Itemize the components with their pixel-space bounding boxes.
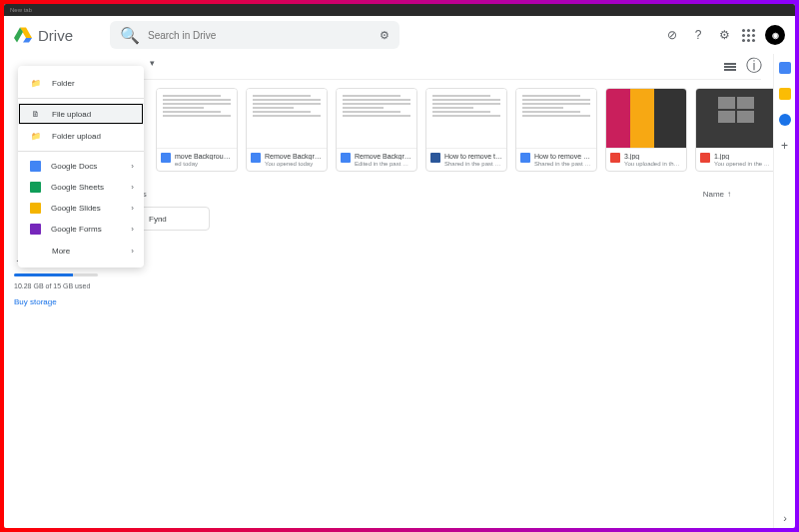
file-name: move Background fro... [175, 153, 233, 160]
file-thumbnail [696, 89, 773, 149]
doc-icon [341, 153, 351, 163]
menu-label: File upload [52, 110, 91, 119]
menu-label: Google Forms [51, 225, 102, 234]
file-name: How to remove backgro... [534, 153, 592, 160]
doc-icon [161, 153, 171, 163]
calendar-icon[interactable] [779, 62, 791, 74]
file-card[interactable]: How to remove backgro...Shared in the pa… [515, 88, 597, 172]
chevron-right-icon: › [131, 247, 134, 256]
hide-sidepanel-icon[interactable]: › [783, 512, 787, 524]
storage-bar [14, 273, 98, 276]
file-subtitle: You uploaded in the past week [624, 161, 682, 167]
file-subtitle: Shared in the past week by San... [534, 161, 592, 167]
file-card[interactable]: How to remove the back...Shared in the p… [425, 88, 507, 172]
sort-button[interactable]: Name ↑ [703, 190, 731, 199]
menu-google-slides[interactable]: Google Slides › [18, 198, 144, 219]
docs-icon [30, 161, 41, 172]
file-thumbnail [247, 89, 327, 149]
menu-label: More [52, 247, 70, 256]
account-avatar[interactable]: ◉ [765, 25, 785, 45]
file-card[interactable]: move Background fro...ed today [156, 88, 238, 172]
chevron-right-icon: › [131, 225, 134, 234]
file-upload-icon: 🗎 [30, 108, 42, 120]
tasks-icon[interactable] [779, 114, 791, 126]
file-thumbnail [426, 89, 506, 149]
file-thumbnail [516, 89, 596, 149]
support-icon[interactable]: ? [690, 27, 706, 43]
menu-label: Google Slides [51, 204, 101, 213]
new-context-menu: 📁 Folder 🗎 File upload 📁 Folder upload G… [18, 66, 144, 267]
menu-label: Folder upload [52, 132, 101, 141]
chevron-right-icon: › [131, 204, 134, 213]
pdf-icon [700, 153, 710, 163]
menu-folder-upload[interactable]: 📁 Folder upload [18, 125, 144, 147]
file-name: Remove Background in ... [265, 153, 323, 160]
forms-icon [30, 224, 41, 235]
browser-tabbar: New tab [4, 4, 795, 16]
tab-title: New tab [10, 7, 32, 13]
search-icon: 🔍 [120, 26, 140, 45]
file-subtitle: Edited in the past week by Sand... [355, 161, 412, 167]
search-input[interactable] [148, 30, 372, 41]
search-bar[interactable]: 🔍 ⚙ [110, 21, 400, 49]
drive-logo[interactable]: Drive [14, 26, 106, 44]
menu-more[interactable]: More › [18, 240, 144, 262]
file-subtitle: ed today [175, 161, 233, 167]
file-subtitle: You opened in the past week [714, 161, 772, 167]
menu-new-folder[interactable]: 📁 Folder [18, 72, 144, 94]
breadcrumb-chevron-icon[interactable]: ▾ [150, 58, 155, 68]
sort-label: Name [703, 190, 724, 199]
side-panel: + [773, 54, 795, 528]
file-name: 3.jpg [624, 153, 682, 160]
main-content: ⓘ move Background fro...ed todayRemove B… [108, 54, 773, 528]
folder-plus-icon: 📁 [30, 77, 42, 89]
arrow-up-icon: ↑ [727, 190, 731, 199]
menu-file-upload[interactable]: 🗎 File upload [18, 103, 144, 125]
menu-google-docs[interactable]: Google Docs › [18, 156, 144, 177]
doc-icon [520, 153, 530, 163]
file-subtitle: Shared in the past week by San... [444, 161, 502, 167]
buy-storage-link[interactable]: Buy storage [14, 289, 57, 314]
chevron-right-icon: › [131, 183, 134, 192]
file-thumbnail [337, 89, 416, 149]
chevron-right-icon: › [131, 162, 134, 171]
storage-text: 10.28 GB of 15 GB used [14, 282, 98, 289]
word-icon [430, 153, 440, 163]
menu-label: Google Docs [51, 162, 97, 171]
settings-icon[interactable]: ⚙ [716, 27, 732, 43]
app-header: Drive 🔍 ⚙ ⊘ ? ⚙ ◉ [4, 16, 795, 54]
slides-icon [30, 203, 41, 214]
info-icon[interactable]: ⓘ [747, 60, 761, 74]
add-addon-icon[interactable]: + [779, 140, 791, 152]
sheets-icon [30, 182, 41, 193]
menu-label: Folder [52, 79, 75, 88]
file-name: 1.jpg [714, 153, 772, 160]
menu-label: Google Sheets [51, 183, 104, 192]
file-name: Remove Background stil... [355, 153, 412, 160]
file-card[interactable]: Remove Background stil...Edited in the p… [336, 88, 417, 172]
keep-icon[interactable] [779, 88, 791, 100]
drive-logo-icon [14, 26, 32, 44]
file-thumbnail [157, 89, 237, 149]
search-options-icon[interactable]: ⚙ [380, 29, 390, 42]
file-card[interactable]: 3.jpgYou uploaded in the past week [605, 88, 687, 172]
pdf-icon [610, 153, 620, 163]
file-thumbnail [606, 89, 686, 149]
folder-name: Fynd [149, 215, 167, 224]
app-name: Drive [38, 27, 73, 44]
file-card[interactable]: Remove Background in ...You opened today [246, 88, 328, 172]
folder-upload-icon: 📁 [30, 130, 42, 142]
menu-google-sheets[interactable]: Google Sheets › [18, 177, 144, 198]
list-view-icon[interactable] [723, 60, 737, 74]
file-subtitle: You opened today [265, 161, 323, 167]
doc-icon [251, 153, 261, 163]
menu-google-forms[interactable]: Google Forms › [18, 219, 144, 240]
google-apps-icon[interactable] [742, 29, 755, 42]
file-card[interactable]: 1.jpgYou opened in the past week [695, 88, 773, 172]
file-name: How to remove the back... [444, 153, 502, 160]
ready-icon[interactable]: ⊘ [664, 27, 680, 43]
